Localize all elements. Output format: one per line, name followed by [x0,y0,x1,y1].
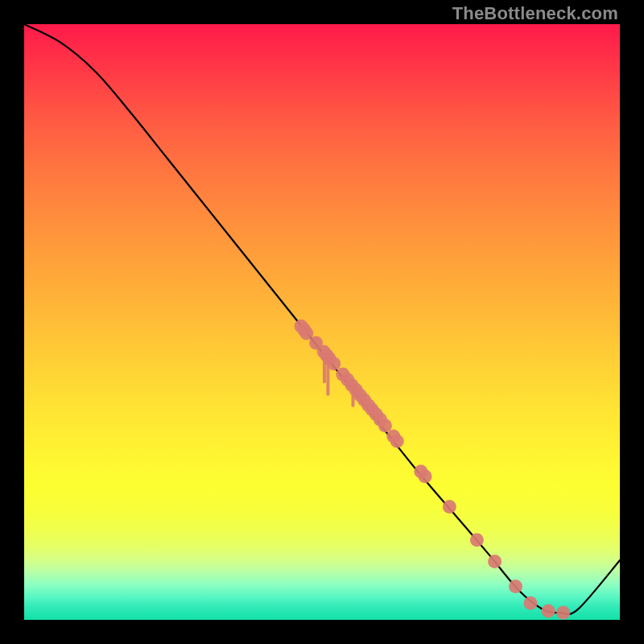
chart-frame: TheBottleneck.com [0,0,644,644]
data-point [556,606,570,620]
data-point [509,580,522,593]
data-point [443,500,456,514]
data-point [470,533,484,547]
chart-svg [24,24,620,620]
data-point [327,357,341,370]
data-point [390,435,404,448]
plot-area [24,24,620,620]
bottleneck-curve [24,24,620,614]
data-point [542,604,555,617]
data-points [295,320,571,620]
watermark-text: TheBottleneck.com [452,3,618,24]
data-point [419,469,432,483]
data-point [524,597,538,610]
data-point [488,555,502,568]
data-point [378,419,392,432]
